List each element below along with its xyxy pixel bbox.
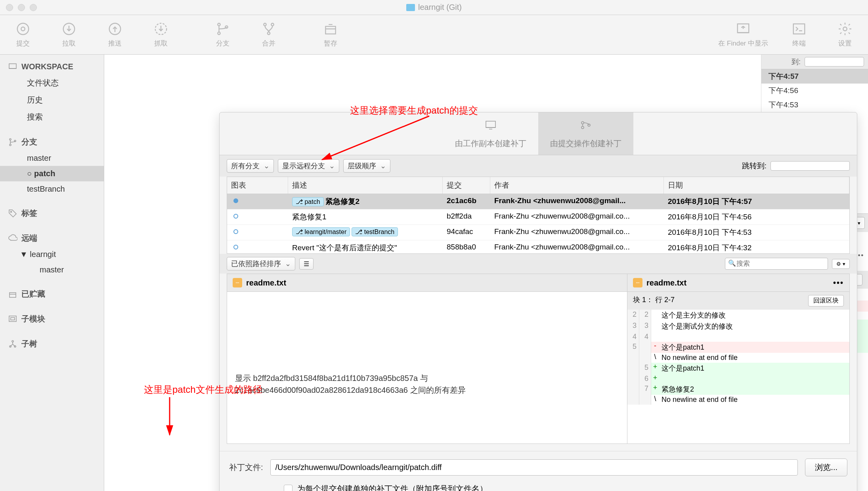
col-date[interactable]: 日期 <box>664 177 849 194</box>
filter-order[interactable]: 层级顺序 <box>343 159 390 173</box>
diff-gear-icon[interactable]: ⚙ ▾ <box>832 259 850 269</box>
zoom-icon[interactable] <box>30 4 37 11</box>
checkbox-label: 为每个提交创建单独的补丁文件（附加序号到文件名） <box>297 483 488 491</box>
folder-icon <box>406 4 415 11</box>
diff-line[interactable]: \ No newline at end of file <box>627 395 849 405</box>
svg-point-16 <box>10 139 11 140</box>
stashes-section[interactable]: 已贮藏 <box>0 285 104 303</box>
col-hash[interactable]: 提交 <box>443 177 490 194</box>
svg-point-8 <box>264 23 266 26</box>
minimize-icon[interactable] <box>18 4 25 11</box>
hunk-title: 块 1： 行 2-7 <box>633 295 675 306</box>
commit-row[interactable]: Revert "这个是有后遗症的提交"858b8a0Frank-Zhu <zhu… <box>227 240 849 253</box>
sidebar-branch-master[interactable]: master <box>0 150 104 166</box>
diff-line[interactable]: 6+ <box>627 374 849 384</box>
more-icon[interactable]: ••• <box>833 278 844 287</box>
sort-select[interactable]: 已依照路径排序 <box>227 257 295 270</box>
commit-row[interactable]: patch紧急修复22c1ac6bFrank-Zhu <zhuwenwu2008… <box>227 194 849 209</box>
diff-summary-2: 2c1ac6be466d00f90ad02a828612da918c4663a6… <box>235 384 619 396</box>
stash-button[interactable]: 暂存 <box>315 21 346 48</box>
col-graph[interactable]: 图表 <box>227 177 288 194</box>
diff-search-input[interactable] <box>725 258 828 270</box>
rs-time-row[interactable]: 下午4:53 <box>761 98 868 112</box>
filter-bar: 所有分支 显示远程分支 层级顺序 跳转到: <box>220 155 857 177</box>
sidebar: WORKSPACE 文件状态 历史 搜索 分支 master patch tes… <box>0 55 104 491</box>
branches-section: 分支 <box>0 133 104 150</box>
remotes-section[interactable]: 远端 <box>0 230 104 247</box>
separate-files-checkbox[interactable] <box>284 485 293 491</box>
commit-row[interactable]: learngit/mastertestBranch94cafacFrank-Zh… <box>227 225 849 240</box>
tags-section[interactable]: 标签 <box>0 205 104 222</box>
file-name-left: readme.txt <box>246 278 286 287</box>
svg-point-23 <box>12 341 13 342</box>
workspace-section: WORKSPACE <box>0 59 104 74</box>
diff-line[interactable]: 22这个是主分支的修改 <box>627 310 849 321</box>
commit-button[interactable]: 提交 <box>8 21 38 48</box>
svg-rect-21 <box>9 316 16 322</box>
close-icon[interactable] <box>6 4 13 11</box>
fetch-button[interactable]: 抓取 <box>146 21 176 48</box>
sidebar-remote-master[interactable]: master <box>0 262 104 278</box>
svg-point-9 <box>271 23 273 26</box>
tab-from-workcopy[interactable]: 由工作副本创建补丁 <box>443 112 538 155</box>
traffic-lights <box>6 4 37 11</box>
terminal-button[interactable]: 终端 <box>784 21 814 48</box>
svg-point-5 <box>218 23 220 26</box>
main-area: 到: 下午4:57下午4:56下午4:53下午4:32下午4:31下午4:30下… <box>104 55 868 491</box>
commit-row[interactable]: 紧急修复1b2ff2daFrank-Zhu <zhuwenwu2008@gmai… <box>227 209 849 225</box>
filter-show-remote[interactable]: 显示远程分支 <box>278 159 339 173</box>
rollback-button[interactable]: 回滚区块 <box>808 295 844 306</box>
patch-file-label: 补丁文件: <box>229 462 263 473</box>
file-name-right: readme.txt <box>646 278 686 287</box>
svg-point-19 <box>11 211 12 212</box>
diff-line[interactable]: 5-这个是patch1 <box>627 342 849 353</box>
branch-button[interactable]: 分支 <box>208 21 238 48</box>
svg-rect-11 <box>325 27 335 34</box>
svg-point-6 <box>218 32 220 34</box>
rs-time-row[interactable]: 下午4:57 <box>761 69 868 84</box>
jump-select[interactable] <box>770 161 850 171</box>
diff-line[interactable]: 7+紧急修复2 <box>627 384 849 395</box>
browse-button[interactable]: 浏览... <box>805 459 847 476</box>
diff-line[interactable]: 44 <box>627 332 849 342</box>
pull-button[interactable]: 拉取 <box>54 21 84 48</box>
diff-summary-1: 显示 b2ff2da2fbd31584f8ba21d1f10b739a95bc8… <box>235 372 619 384</box>
create-patch-dialog: 由工作副本创建补丁 由提交操作创建补丁 所有分支 显示远程分支 层级顺序 跳转到… <box>219 112 857 491</box>
sidebar-search[interactable]: 搜索 <box>0 108 104 126</box>
svg-point-0 <box>17 23 29 35</box>
sidebar-branch-patch[interactable]: patch <box>0 166 104 181</box>
subtrees-section[interactable]: 子树 <box>0 335 104 352</box>
filter-all-branches[interactable]: 所有分支 <box>227 159 274 173</box>
goto-select[interactable] <box>805 57 864 67</box>
settings-button[interactable]: 设置 <box>830 21 860 48</box>
list-view-icon[interactable]: ☰ <box>299 258 314 270</box>
file-icon: ··· <box>233 278 242 287</box>
rs-time-row[interactable]: 下午4:56 <box>761 84 868 98</box>
submodules-section[interactable]: 子模块 <box>0 310 104 327</box>
push-button[interactable]: 推送 <box>100 21 130 48</box>
svg-point-1 <box>21 27 25 31</box>
show-finder-button[interactable]: 在 Finder 中显示 <box>718 21 768 48</box>
svg-rect-22 <box>11 318 15 320</box>
tab-from-commits[interactable]: 由提交操作创建补丁 <box>538 112 633 155</box>
svg-point-28 <box>581 126 584 129</box>
diff-line[interactable]: 33这个是测试分支的修改 <box>627 321 849 332</box>
file-icon: ··· <box>633 278 642 287</box>
patch-path-input[interactable] <box>270 459 798 476</box>
sidebar-branch-testbranch[interactable]: testBranch <box>0 181 104 197</box>
diff-line[interactable]: \ No newline at end of file <box>627 353 849 363</box>
svg-rect-20 <box>10 293 16 297</box>
svg-point-17 <box>10 144 11 146</box>
diff-line[interactable]: 5+这个是patch1 <box>627 363 849 374</box>
diff-right-panel: ··· readme.txt ••• 块 1： 行 2-7 回滚区块 22这个是… <box>627 274 849 443</box>
jump-label: 跳转到: <box>742 161 767 171</box>
sidebar-file-status[interactable]: 文件状态 <box>0 74 104 91</box>
col-desc[interactable]: 描述 <box>288 177 443 194</box>
toolbar: 提交 拉取 推送 抓取 分支 合并 暂存 在 Finder 中显示 终端 设置 <box>0 15 868 55</box>
sidebar-remote-learngit[interactable]: ▼ learngit <box>0 247 104 262</box>
goto-label: 到: <box>792 57 801 67</box>
merge-button[interactable]: 合并 <box>254 21 284 48</box>
col-author[interactable]: 作者 <box>490 177 664 194</box>
svg-rect-26 <box>486 121 495 128</box>
sidebar-history[interactable]: 历史 <box>0 91 104 108</box>
